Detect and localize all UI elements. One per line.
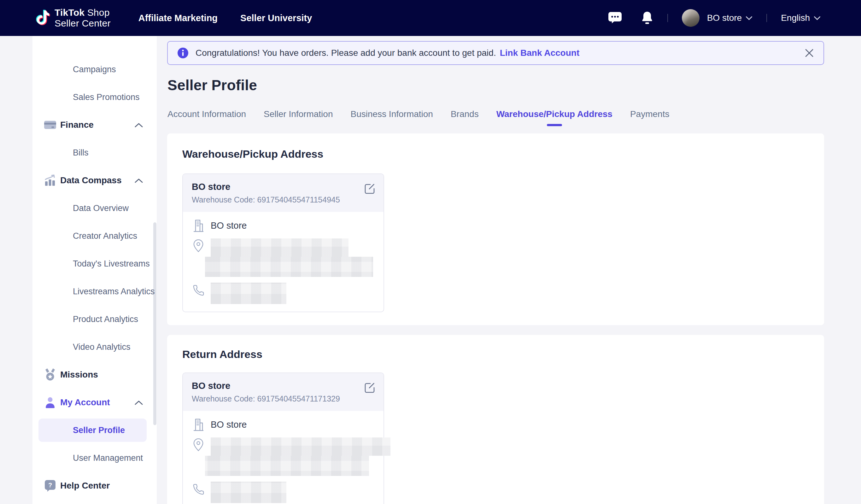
return-section-heading: Return Address — [182, 335, 824, 360]
sidebar-item-seller-profile[interactable]: Seller Profile — [32, 416, 157, 444]
help-icon: ? — [44, 479, 56, 493]
navbar-right: BO store English — [608, 0, 821, 36]
page-title: Seller Profile — [167, 77, 257, 94]
top-navbar: TikTok Shop Seller Center Affiliate Mark… — [0, 0, 861, 36]
return-address-section: Return Address BO store Warehouse Code: … — [167, 335, 824, 504]
sidebar-scrollbar[interactable] — [153, 222, 156, 425]
nav-link-seller-university[interactable]: Seller University — [240, 13, 312, 23]
address-card-header: BO store Warehouse Code: 691754045547117… — [183, 373, 383, 411]
redacted-address — [205, 437, 391, 476]
tab-account-information[interactable]: Account Information — [167, 109, 246, 124]
sidebar-item-user-management[interactable]: User Management — [32, 444, 157, 472]
language-label: English — [781, 13, 810, 23]
banner-message: Congratulations! You have orders. Please… — [195, 48, 496, 58]
tab-seller-information[interactable]: Seller Information — [264, 109, 333, 124]
chevron-down-icon — [746, 16, 752, 20]
address-card-header: BO store Warehouse Code: 691754045547115… — [183, 174, 383, 212]
logo-text: TikTok Shop Seller Center — [55, 7, 111, 29]
warehouse-address-card: BO store Warehouse Code: 691754045547115… — [182, 174, 384, 312]
tiktok-shop-logo[interactable]: TikTok Shop Seller Center — [32, 7, 111, 29]
sidebar-item-sales-promotions[interactable]: Sales Promotions — [32, 83, 157, 111]
sidebar-item-bills[interactable]: Bills — [32, 139, 157, 166]
store-name: BO store — [707, 13, 742, 23]
tab-payments[interactable]: Payments — [630, 109, 670, 124]
location-pin-icon — [192, 438, 205, 451]
tab-brands[interactable]: Brands — [451, 109, 479, 124]
store-avatar — [682, 9, 699, 27]
sidebar-item-data-overview[interactable]: Data Overview — [32, 194, 157, 222]
redacted-phone — [211, 283, 286, 304]
warehouse-name: BO store — [192, 182, 375, 192]
warehouse-code: Warehouse Code: 6917540455471154945 — [192, 195, 375, 204]
warehouse-name: BO store — [192, 381, 375, 391]
primary-nav: Affiliate Marketing Seller University — [138, 13, 312, 23]
person-icon — [44, 395, 56, 409]
sidebar-item-creator-analytics[interactable]: Creator Analytics — [32, 222, 157, 250]
edit-icon[interactable] — [363, 381, 376, 394]
store-switcher[interactable]: BO store — [682, 9, 752, 27]
divider — [667, 14, 668, 22]
warehouse-section-heading: Warehouse/Pickup Address — [182, 133, 824, 160]
chevron-up-icon — [135, 178, 143, 183]
credit-card-icon — [44, 118, 56, 132]
warehouse-company-name: BO store — [211, 220, 247, 231]
divider — [766, 14, 767, 22]
language-switcher[interactable]: English — [781, 13, 821, 23]
redacted-address — [205, 239, 373, 277]
sidebar-item-video-analytics[interactable]: Video Analytics — [32, 333, 157, 361]
chevron-up-icon — [135, 123, 143, 127]
svg-text:?: ? — [48, 481, 52, 489]
bar-chart-icon — [44, 174, 56, 187]
tiktok-note-icon — [32, 8, 50, 28]
notification-banner: Congratulations! You have orders. Please… — [167, 41, 824, 65]
sidebar-item-data-compass[interactable]: Data Compass — [32, 166, 157, 194]
sidebar-item-finance[interactable]: Finance — [32, 111, 157, 139]
info-icon — [177, 47, 189, 59]
location-pin-icon — [192, 239, 205, 252]
sidebar-item-product-analytics[interactable]: Product Analytics — [32, 305, 157, 333]
address-card-body: BO store — [183, 212, 383, 312]
sidebar-item-campaigns[interactable]: Campaigns — [32, 55, 157, 83]
close-icon[interactable] — [805, 48, 814, 58]
address-card-body: BO store — [183, 411, 383, 504]
tab-warehouse-pickup-address[interactable]: Warehouse/Pickup Address — [496, 109, 613, 124]
building-icon — [192, 418, 205, 431]
warehouse-code: Warehouse Code: 6917540455471171329 — [192, 394, 375, 404]
edit-icon[interactable] — [363, 182, 376, 195]
redacted-phone — [211, 481, 286, 503]
sidebar-item-help-center[interactable]: ? Help Center — [32, 472, 157, 500]
sidebar-menu: Campaigns Sales Promotions Finance Bills — [32, 36, 157, 500]
sidebar-item-livestreams-analytics[interactable]: Livestreams Analytics — [32, 277, 157, 305]
link-bank-account-link[interactable]: Link Bank Account — [500, 48, 580, 58]
chevron-down-icon — [814, 16, 821, 20]
notifications-bell-icon[interactable] — [641, 11, 654, 25]
profile-tabs: Account Information Seller Information B… — [167, 109, 669, 124]
building-icon — [192, 219, 205, 232]
tab-business-information[interactable]: Business Information — [351, 109, 433, 124]
messages-icon[interactable] — [608, 12, 622, 24]
chevron-up-icon — [135, 400, 143, 405]
sidebar-item-todays-livestreams[interactable]: Today's Livestreams — [32, 250, 157, 277]
medal-icon — [44, 368, 56, 382]
phone-icon — [192, 285, 205, 297]
phone-icon — [192, 483, 205, 495]
nav-link-affiliate-marketing[interactable]: Affiliate Marketing — [138, 13, 218, 23]
sidebar: Campaigns Sales Promotions Finance Bills — [32, 36, 157, 504]
sidebar-item-my-account[interactable]: My Account — [32, 389, 157, 416]
sidebar-item-missions[interactable]: Missions — [32, 361, 157, 389]
return-address-card: BO store Warehouse Code: 691754045547117… — [182, 372, 384, 504]
return-company-name: BO store — [211, 420, 247, 430]
warehouse-pickup-section: Warehouse/Pickup Address BO store Wareho… — [167, 133, 824, 325]
